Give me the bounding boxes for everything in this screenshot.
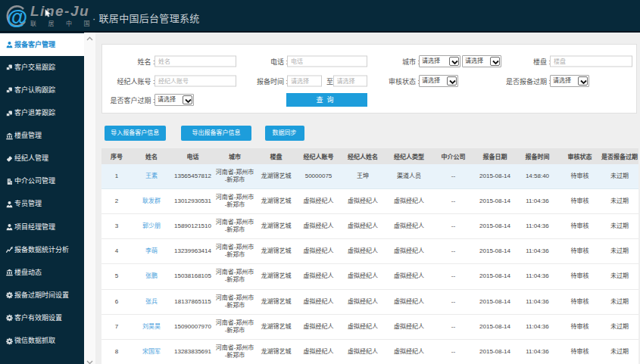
svg-text:@: @: [7, 5, 27, 29]
